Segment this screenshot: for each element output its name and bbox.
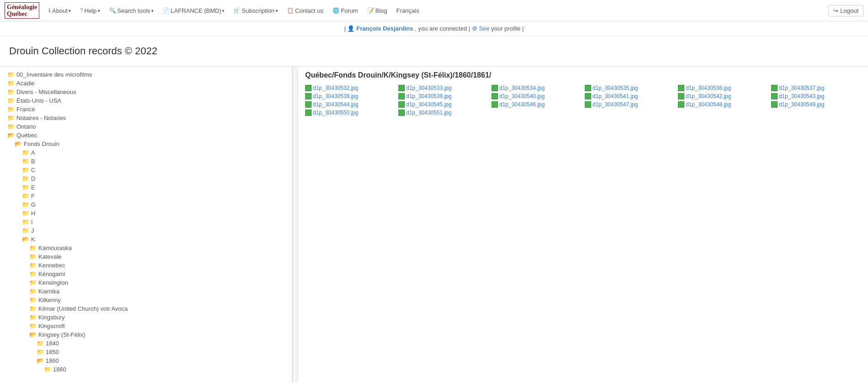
nav-help[interactable]: ? Help ▾ [76, 0, 103, 21]
file-link-13[interactable]: d1p_30430545.jpg [406, 101, 451, 108]
sidebar-item-label-16[interactable]: H [31, 210, 35, 217]
sidebar-item-18[interactable]: 📁J [0, 226, 292, 235]
file-link-4[interactable]: d1p_30430536.jpg [686, 85, 731, 91]
sidebar-item-label-33[interactable]: 1860 [46, 357, 59, 364]
sidebar-item-24[interactable]: 📁Kensington [0, 278, 292, 287]
sidebar-item-label-13[interactable]: E [31, 184, 35, 191]
file-item-18[interactable]: d1p_30430550.jpg [305, 110, 395, 116]
file-link-2[interactable]: d1p_30430534.jpg [499, 85, 545, 91]
sidebar-item-label-24[interactable]: Kensington [38, 279, 68, 286]
sidebar-item-label-12[interactable]: D [31, 175, 35, 182]
sidebar-item-label-27[interactable]: Kilmar (United Church) voir Avoca [38, 305, 128, 312]
sidebar-item-label-23[interactable]: Kénogami [38, 271, 65, 277]
sidebar-item-label-14[interactable]: F [31, 193, 35, 199]
sidebar-item-20[interactable]: 📁Kamouraska [0, 244, 292, 252]
file-link-10[interactable]: d1p_30430542.jpg [686, 93, 731, 99]
sidebar-item-17[interactable]: 📁I [0, 218, 292, 226]
nav-forum[interactable]: 🌐 Forum [329, 0, 362, 21]
sidebar-item-2[interactable]: 📁Divers - Miscellaneous [0, 88, 292, 96]
sidebar-item-label-17[interactable]: I [31, 219, 33, 225]
sidebar-item-label-8[interactable]: Fonds Drouin [24, 141, 59, 147]
sidebar-item-10[interactable]: 📁B [0, 157, 292, 166]
file-link-8[interactable]: d1p_30430540.jpg [499, 93, 545, 99]
sidebar-item-label-18[interactable]: J [31, 227, 34, 234]
file-link-18[interactable]: d1p_30430550.jpg [313, 110, 358, 116]
sidebar-item-5[interactable]: 📁Notaires - Notaries [0, 114, 292, 122]
sidebar-item-19[interactable]: 📂K [0, 235, 292, 244]
sidebar-item-16[interactable]: 📁H [0, 209, 292, 218]
sidebar-item-13[interactable]: 📁E [0, 183, 292, 192]
sidebar-item-label-9[interactable]: A [31, 149, 35, 156]
sidebar-item-6[interactable]: 📁Ontario [0, 122, 292, 131]
sidebar-item-label-10[interactable]: B [31, 158, 35, 165]
sidebar-item-label-28[interactable]: Kingsbury [38, 314, 65, 321]
file-item-1[interactable]: d1p_30430533.jpg [398, 85, 488, 91]
nav-about[interactable]: ℹ About ▾ [45, 0, 74, 21]
nav-search-tools[interactable]: 🔍 Search tools ▾ [106, 0, 157, 21]
file-link-1[interactable]: d1p_30430533.jpg [406, 85, 451, 91]
sidebar-item-3[interactable]: 📁États-Unis - USA [0, 96, 292, 105]
sidebar-item-33[interactable]: 📂1860 [0, 356, 292, 365]
sidebar-item-4[interactable]: 📁France [0, 105, 292, 114]
file-link-0[interactable]: d1p_30430532.jpg [313, 85, 358, 91]
file-link-9[interactable]: d1p_30430541.jpg [593, 93, 638, 99]
sidebar-item-label-29[interactable]: Kingscroft [38, 323, 65, 329]
sidebar-item-9[interactable]: 📁A [0, 148, 292, 157]
sidebar-item-1[interactable]: 📁Acadie [0, 79, 292, 88]
sidebar-item-label-31[interactable]: 1840 [46, 340, 59, 347]
file-item-9[interactable]: d1p_30430541.jpg [585, 93, 674, 99]
sidebar-item-label-5[interactable]: Notaires - Notaries [16, 115, 66, 121]
sidebar-item-31[interactable]: 📁1840 [0, 339, 292, 348]
file-item-14[interactable]: d1p_30430546.jpg [492, 101, 581, 108]
file-item-8[interactable]: d1p_30430540.jpg [492, 93, 581, 99]
logout-button[interactable]: ↪ Logout [828, 5, 863, 16]
sidebar-item-26[interactable]: 📁Kilkenny [0, 296, 292, 304]
sidebar-item-label-30[interactable]: Kingsey (St-Félix) [38, 331, 85, 338]
sidebar-item-label-22[interactable]: Kennebec [38, 262, 65, 269]
sidebar-item-label-1[interactable]: Acadie [16, 80, 35, 87]
username-link[interactable]: François Desjardins [356, 25, 415, 32]
file-link-7[interactable]: d1p_30430539.jpg [406, 93, 451, 99]
nav-contact-us[interactable]: 📋 Contact us [283, 0, 327, 21]
sidebar-item-23[interactable]: 📁Kénogami [0, 270, 292, 278]
file-link-6[interactable]: d1p_30430538.jpg [313, 93, 358, 99]
sidebar-item-27[interactable]: 📁Kilmar (United Church) voir Avoca [0, 304, 292, 313]
file-link-17[interactable]: d1p_30430549.jpg [779, 101, 824, 108]
file-item-17[interactable]: d1p_30430549.jpg [771, 101, 861, 108]
sidebar-item-22[interactable]: 📁Kennebec [0, 261, 292, 270]
see-profile-link[interactable]: See [479, 25, 491, 32]
file-item-19[interactable]: d1p_30430551.jpg [398, 110, 488, 116]
file-link-16[interactable]: d1p_30430548.jpg [686, 101, 731, 108]
sidebar-item-21[interactable]: 📁Katevale [0, 252, 292, 261]
file-link-19[interactable]: d1p_30430551.jpg [406, 110, 451, 116]
sidebar-item-label-0[interactable]: 00_Inventaire des microfilms [16, 71, 92, 78]
sidebar-item-0[interactable]: 📁00_Inventaire des microfilms [0, 70, 292, 79]
file-item-4[interactable]: d1p_30430536.jpg [678, 85, 767, 91]
file-item-15[interactable]: d1p_30430547.jpg [585, 101, 674, 108]
nav-lafrance[interactable]: 📄 LAFRANCE (BMD) ▾ [159, 0, 228, 21]
sidebar-item-label-11[interactable]: C [31, 167, 35, 173]
sidebar-item-label-20[interactable]: Kamouraska [38, 245, 72, 251]
file-link-12[interactable]: d1p_30430544.jpg [313, 101, 358, 108]
file-item-3[interactable]: d1p_30430535.jpg [585, 85, 674, 91]
brand-logo[interactable]: Généalogie Québec [5, 2, 39, 19]
file-link-11[interactable]: d1p_30430543.jpg [779, 93, 824, 99]
sidebar-item-label-19[interactable]: K [31, 236, 35, 243]
sidebar-item-15[interactable]: 📁G [0, 200, 292, 209]
sidebar-item-label-25[interactable]: Kiamika [38, 288, 59, 295]
sidebar-item-label-7[interactable]: Québec [16, 132, 37, 139]
file-link-14[interactable]: d1p_30430546.jpg [499, 101, 545, 108]
sidebar-item-label-32[interactable]: 1850 [46, 349, 59, 355]
sidebar-item-14[interactable]: 📁F [0, 192, 292, 200]
sidebar-item-7[interactable]: 📂Québec [0, 131, 292, 140]
file-item-5[interactable]: d1p_30430537.jpg [771, 85, 861, 91]
sidebar-item-label-21[interactable]: Katevale [38, 253, 62, 260]
file-link-15[interactable]: d1p_30430547.jpg [593, 101, 638, 108]
sidebar-item-8[interactable]: 📂Fonds Drouin [0, 140, 292, 148]
sidebar-item-25[interactable]: 📁Kiamika [0, 287, 292, 296]
nav-subscription[interactable]: 🛒 Subscription ▾ [230, 0, 281, 21]
file-item-13[interactable]: d1p_30430545.jpg [398, 101, 488, 108]
sidebar-item-label-34[interactable]: 1860 [53, 366, 66, 373]
sidebar-item-11[interactable]: 📁C [0, 166, 292, 174]
sidebar-item-label-26[interactable]: Kilkenny [38, 297, 61, 303]
